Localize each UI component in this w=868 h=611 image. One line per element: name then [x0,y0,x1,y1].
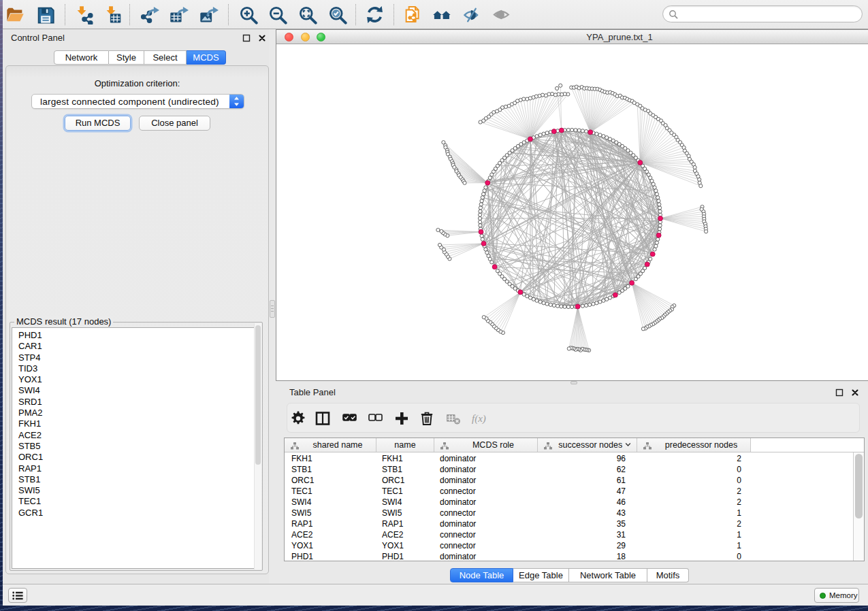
tab-style[interactable]: Style [109,50,144,65]
table-row[interactable]: ORC1ORC1dominator610 [285,475,853,486]
column-header-name[interactable]: name [376,438,434,452]
duplicate-network-icon[interactable] [403,5,423,24]
first-neighbors-icon[interactable] [432,5,452,24]
hide-selected-icon[interactable] [462,5,482,24]
vertical-splitter[interactable] [269,29,276,584]
column-header-MCDS-role[interactable]: MCDS role [434,438,538,452]
mcds-result-item[interactable]: SRD1 [12,397,260,408]
close-panel-icon[interactable] [851,389,859,397]
table-row[interactable]: RAP1RAP1dominator352 [285,518,853,529]
table-cell: connector [440,541,476,550]
mcds-result-item[interactable]: TID3 [12,363,260,374]
tab-select[interactable]: Select [144,50,187,65]
export-table-icon[interactable] [169,5,189,24]
memory-button[interactable]: Memory [814,588,859,603]
table-cell: 62 [617,465,626,474]
network-view-titlebar: YPA_prune.txt_1 [276,30,868,44]
delete-column-icon[interactable] [419,410,435,427]
table-row[interactable]: PHD1PHD1dominator180 [285,551,853,561]
table-cell: 2 [737,497,741,507]
import-network-icon[interactable] [74,5,94,24]
tab-network-table[interactable]: Network Table [569,568,647,582]
table-row[interactable]: SWI4SWI4dominator462 [285,497,853,508]
vertical-splitter-grip[interactable] [270,300,275,318]
mcds-result-item[interactable]: SWI4 [12,385,260,396]
table-row[interactable]: YOX1YOX1connector291 [285,540,853,551]
mcds-result-item[interactable]: CAR1 [12,341,260,352]
apply-layout-icon[interactable] [365,5,385,24]
tab-network[interactable]: Network [54,50,109,65]
mcds-result-item[interactable]: SWI5 [12,485,260,496]
mcds-result-item[interactable]: TEC1 [12,496,260,507]
criterion-dropdown[interactable]: largest connected component (undirected) [31,94,244,109]
table-row[interactable]: TEC1TEC1connector472 [285,486,853,497]
result-list-scrollbar[interactable] [254,323,261,569]
mcds-result-item[interactable]: ACE2 [12,430,260,441]
zoom-in-icon[interactable] [238,5,258,24]
search-input[interactable] [662,5,863,22]
add-column-icon[interactable] [393,410,410,427]
float-window-icon[interactable] [835,389,843,397]
table-cell: STB1 [382,465,402,474]
mcds-result-item[interactable]: FKH1 [12,418,260,429]
mcds-result-item[interactable]: RAP1 [12,463,260,474]
export-network-icon[interactable] [140,5,159,24]
table-cell: SWI5 [291,508,311,518]
mcds-result-item[interactable]: PHD1 [12,330,260,341]
mcds-result-item[interactable]: YOX1 [12,374,260,385]
tab-edge-table[interactable]: Edge Table [513,568,569,582]
mcds-result-item[interactable]: STB5 [12,441,260,452]
mcds-result-item[interactable]: GCR1 [12,508,260,518]
criterion-dropdown-value: largest connected component (undirected) [40,97,219,107]
show-column-panel-icon[interactable] [315,410,331,427]
show-all-icon[interactable] [492,5,512,24]
mcds-result-item[interactable]: ORC1 [12,452,260,463]
result-list-scrollbar-thumb[interactable] [255,325,261,465]
table-cell: 0 [737,476,741,485]
close-panel-button[interactable]: Close panel [139,116,210,131]
tab-node-table[interactable]: Node Table [450,568,513,582]
close-window-icon[interactable] [285,33,293,42]
table-row[interactable]: FKH1FKH1dominator962 [285,453,853,464]
table-scrollbar-thumb[interactable] [855,454,863,518]
float-window-icon[interactable] [242,34,251,42]
zoom-out-icon[interactable] [268,5,287,24]
mcds-result-item[interactable]: STP4 [12,352,260,363]
open-session-icon[interactable] [5,5,25,24]
table-cell: SWI5 [382,508,402,518]
mcds-result-list[interactable]: PHD1CAR1STP4TID3YOX1SWI4SRD1PMA2FKH1ACE2… [12,327,261,569]
column-header-successor-nodes[interactable]: successor nodes [538,438,637,452]
deselect-all-icon[interactable] [368,410,384,427]
select-all-icon[interactable] [342,410,358,427]
column-header-shared-name[interactable]: shared name [285,438,376,452]
network-view-title: YPA_prune.txt_1 [586,32,652,42]
zoom-selected-icon[interactable] [327,5,347,24]
task-history-button[interactable] [8,588,27,603]
toolbar-separator [65,4,65,25]
mcds-result-item[interactable]: STB1 [12,474,260,485]
table-row[interactable]: STB1STB1dominator620 [285,464,853,475]
tab-motifs[interactable]: Motifs [647,568,689,582]
close-panel-icon[interactable] [258,34,266,42]
table-row[interactable]: ACE2ACE2connector311 [285,529,853,540]
network-canvas[interactable] [276,44,868,380]
tab-mcds[interactable]: MCDS [187,50,226,65]
minimize-window-icon[interactable] [301,33,310,42]
table-settings-icon[interactable] [290,410,306,427]
mcds-result-item[interactable]: PMA2 [12,408,260,418]
memory-status-icon [820,593,826,599]
import-table-icon[interactable] [103,5,123,24]
table-row[interactable]: SWI5SWI5connector431 [285,508,853,518]
table-cell: SWI4 [382,497,402,507]
run-mcds-button[interactable]: Run MCDS [65,116,131,131]
cytoscape-window: Control Panel NetworkStyleSelectMCDS Opt… [3,0,868,606]
table-scrollbar[interactable] [853,452,864,561]
export-image-icon[interactable] [199,5,219,24]
column-header-predecessor-nodes[interactable]: predecessor nodes [637,438,751,452]
zoom-fit-icon[interactable] [298,5,317,24]
toolbar-separator [355,4,356,25]
table-cell: STB1 [291,465,312,474]
table-panel-titlebar: Table Panel [276,384,868,402]
save-session-icon[interactable] [35,5,55,24]
maximize-window-icon[interactable] [317,33,325,42]
